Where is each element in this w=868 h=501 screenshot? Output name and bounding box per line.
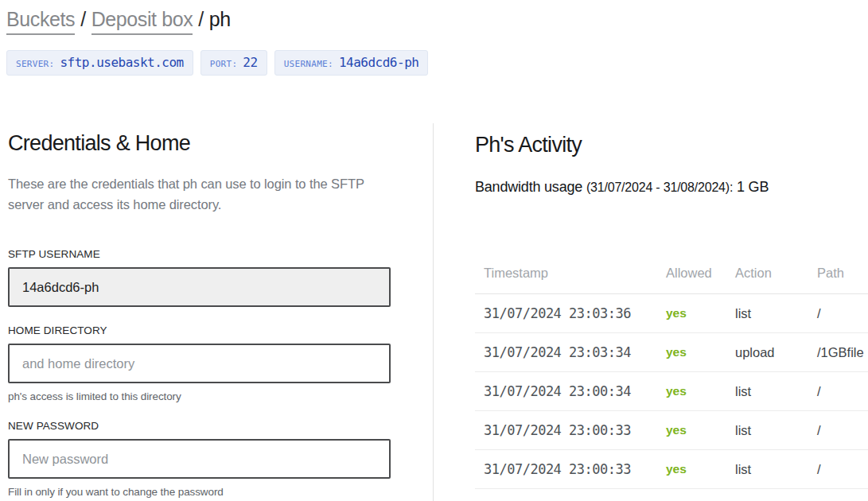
header-action: Action: [735, 266, 817, 281]
bandwidth-usage: Bandwidth usage (31/07/2024 - 31/08/2024…: [475, 179, 868, 196]
cell-path: /: [817, 462, 868, 477]
port-badge-value: 22: [243, 55, 257, 70]
home-directory-group: HOME DIRECTORY ph's access is limited to…: [8, 324, 391, 402]
breadcrumb-separator: /: [80, 8, 86, 30]
table-row: 31/07/2024 23:00:33 yes list /: [475, 450, 868, 489]
breadcrumb-link-buckets[interactable]: Buckets: [6, 8, 75, 35]
table-row: 31/07/2024 23:00:33 yes list /: [475, 411, 868, 450]
sftp-username-group: SFTP USERNAME: [8, 248, 391, 307]
cell-timestamp: 31/07/2024 23:03:36: [484, 305, 666, 321]
activity-title: Ph's Activity: [475, 133, 868, 157]
bandwidth-value: 1 GB: [733, 179, 769, 195]
port-badge-label: PORT:: [210, 59, 238, 69]
credentials-description: These are the credentials that ph can us…: [8, 174, 378, 215]
cell-allowed: yes: [666, 345, 735, 359]
server-badge-label: SERVER:: [16, 59, 54, 69]
cell-action: upload: [735, 345, 817, 360]
activity-panel: Ph's Activity Bandwidth usage (31/07/202…: [434, 123, 868, 501]
server-badge: SERVER: sftp.usebaskt.com: [6, 50, 193, 76]
cell-path: /: [817, 423, 868, 438]
breadcrumb-current-ph: ph: [209, 8, 231, 30]
table-row: 31/07/2024 23:00:34 yes list /: [475, 372, 868, 411]
header-allowed: Allowed: [666, 266, 735, 281]
cell-path: /: [817, 384, 868, 399]
cell-action: list: [735, 462, 817, 477]
cell-path: /1GBfile: [817, 345, 868, 360]
cell-allowed: yes: [666, 384, 735, 398]
username-badge-value: 14a6dcd6-ph: [339, 55, 418, 70]
bandwidth-period: (31/07/2024 - 31/08/2024):: [586, 181, 733, 194]
cell-action: list: [735, 423, 817, 438]
breadcrumb: Buckets/Deposit box/ph: [6, 8, 868, 31]
header-path: Path: [817, 266, 868, 281]
username-badge-label: USERNAME:: [284, 59, 333, 69]
bucket-user-page: Buckets/Deposit box/ph SERVER: sftp.useb…: [0, 0, 868, 501]
server-badge-value: sftp.usebaskt.com: [60, 55, 183, 70]
cell-path: /: [817, 306, 868, 321]
cell-allowed: yes: [666, 423, 735, 437]
home-directory-input[interactable]: [8, 344, 391, 383]
breadcrumb-separator: /: [198, 8, 204, 30]
bandwidth-label: Bandwidth usage: [475, 179, 586, 195]
cell-action: list: [735, 306, 817, 321]
username-badge: USERNAME: 14a6dcd6-ph: [274, 50, 429, 76]
connection-info-badges: SERVER: sftp.usebaskt.com PORT: 22 USERN…: [6, 50, 868, 76]
table-header-row: Timestamp Allowed Action Path: [475, 264, 868, 294]
new-password-group: NEW PASSWORD Fill in only if you want to…: [8, 420, 391, 498]
credentials-panel: Credentials & Home These are the credent…: [0, 123, 434, 501]
new-password-label: NEW PASSWORD: [8, 420, 391, 432]
port-badge: PORT: 22: [200, 50, 267, 76]
main-content: Credentials & Home These are the credent…: [0, 123, 868, 501]
header-timestamp: Timestamp: [484, 266, 666, 281]
home-directory-helper: ph's access is limited to this directory: [8, 390, 391, 402]
sftp-username-label: SFTP USERNAME: [8, 248, 391, 260]
table-row: 31/07/2024 23:03:36 yes list /: [475, 294, 868, 333]
cell-timestamp: 31/07/2024 23:00:33: [484, 422, 666, 438]
breadcrumb-link-deposit-box[interactable]: Deposit box: [91, 8, 193, 35]
cell-timestamp: 31/07/2024 23:03:34: [484, 344, 666, 360]
activity-table: Timestamp Allowed Action Path 31/07/2024…: [475, 264, 868, 489]
new-password-helper: Fill in only if you want to change the p…: [8, 486, 391, 498]
cell-allowed: yes: [666, 306, 735, 320]
sftp-username-input: [8, 267, 391, 307]
table-row: 31/07/2024 23:03:34 yes upload /1GBfile: [475, 333, 868, 372]
cell-action: list: [735, 384, 817, 399]
home-directory-label: HOME DIRECTORY: [8, 324, 391, 336]
new-password-input[interactable]: [8, 439, 391, 479]
cell-timestamp: 31/07/2024 23:00:34: [484, 383, 666, 399]
cell-allowed: yes: [666, 462, 735, 476]
page-header: Buckets/Deposit box/ph SERVER: sftp.useb…: [0, 0, 868, 76]
credentials-title: Credentials & Home: [8, 131, 391, 156]
cell-timestamp: 31/07/2024 23:00:33: [484, 461, 666, 477]
